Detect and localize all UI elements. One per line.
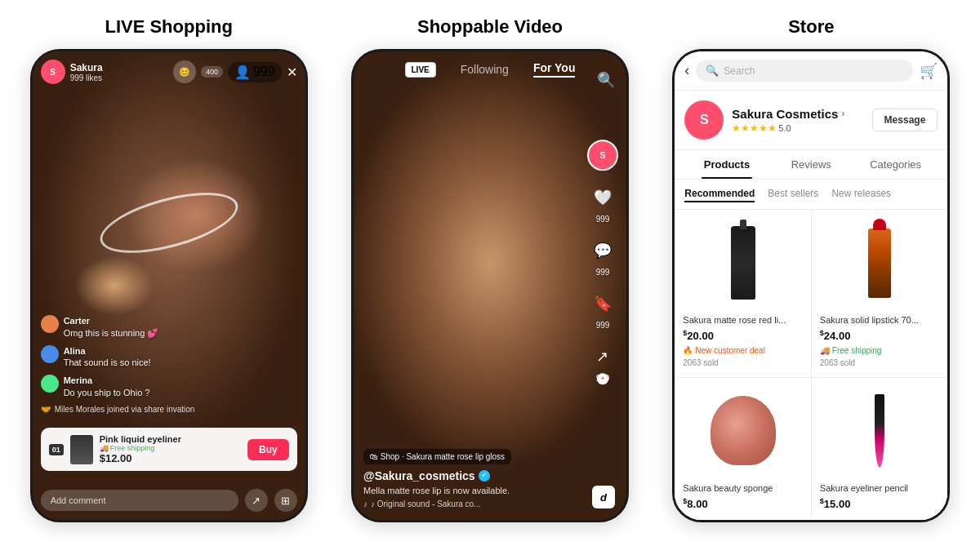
verified-icon: ✓ <box>479 470 490 482</box>
product-name-3: Sakura beauty sponge <box>683 482 803 494</box>
seller-info: S Sakura Cosmetics › ★★★★★ 5.0 Message <box>675 91 947 150</box>
product-deal-1: 🔥 New customer deal <box>683 346 803 355</box>
comment-icon: 💬 <box>587 235 618 266</box>
store-column: Store ‹ 🔍 Search 🛒 S Saku <box>651 16 972 547</box>
share-icon-video: ↗ <box>587 341 618 372</box>
seller-name: Sakura Cosmetics › <box>732 107 863 121</box>
join-notice: 🤝 Miles Morales joined via share invatio… <box>41 405 256 414</box>
message-button[interactable]: Message <box>872 109 938 131</box>
product-info: Pink liquid eyeliner 🚚 Free shipping $12… <box>100 434 241 464</box>
comment-avatar-2 <box>41 345 59 363</box>
live-bottom-bar: Add comment ↗ ⊞ <box>41 489 297 512</box>
music-icon: ♪ <box>363 500 368 508</box>
filter-recommended[interactable]: Recommended <box>684 186 755 202</box>
store-title: Store <box>788 16 834 38</box>
shoppable-video-phone: LIVE Following For You 🔍 S + 🤍 <box>351 49 629 522</box>
comment-count: 999 <box>596 268 610 277</box>
comment-body-2: That sound is so nice! <box>64 357 151 367</box>
filter-best-sellers[interactable]: Best sellers <box>768 186 818 202</box>
comment-text-3: Merina Do you ship to Ohio ? <box>64 375 150 398</box>
live-comments: Carter Omg this is stunning 💕 Alina That… <box>41 315 256 414</box>
share-icon[interactable]: ↗ <box>245 489 268 512</box>
product-shipping-2: 🚚 Free shipping <box>820 346 940 355</box>
product-card-4[interactable]: Sakura eyeliner pencil $15.00 <box>812 378 948 521</box>
product-price-2: $24.00 <box>820 329 940 342</box>
product-sold-2: 2063 sold <box>820 358 940 367</box>
product-card-1[interactable]: Sakura matte rose red li... $20.00 🔥 New… <box>675 210 811 377</box>
filter-tabs: Recommended Best sellers New releases <box>675 180 947 210</box>
live-shopping-phone: S Sakura 999 likes 😊 400 👤 999 ✕ <box>30 49 308 522</box>
shop-tag[interactable]: 🛍 Shop · Sakura matte rose lip gloss <box>363 449 511 464</box>
product-image-2 <box>820 218 940 308</box>
profile-action[interactable]: S + <box>587 140 618 171</box>
seller-details: Sakura Cosmetics › ★★★★★ 5.0 <box>732 107 863 134</box>
product-card-3[interactable]: Sakura beauty sponge $8.00 <box>675 378 811 521</box>
live-user-info: S Sakura 999 likes <box>41 60 103 84</box>
bookmark-icon: 🔖 <box>587 288 618 319</box>
join-text: Miles Morales joined via share invation <box>55 405 195 414</box>
shipping-icon: 🚚 <box>100 444 109 452</box>
comment-body-3: Do you ship to Ohio ? <box>64 388 150 397</box>
shoppable-video-title: Shoppable Video <box>417 16 563 38</box>
live-shopping-title: LIVE Shopping <box>105 16 232 38</box>
video-right-actions: S + 🤍 999 💬 999 🔖 999 <box>587 140 618 383</box>
products-grid: Sakura matte rose red li... $20.00 🔥 New… <box>675 210 947 520</box>
tab-following[interactable]: Following <box>461 63 509 76</box>
shoppable-video-column: Shoppable Video LIVE Following For You 🔍… <box>329 16 650 547</box>
live-free-shipping: 🚚 Free shipping <box>100 444 241 452</box>
comment-text-2: Alina That sound is so nice! <box>64 345 151 369</box>
viewer-count: 999 <box>253 64 275 79</box>
bookmark-count: 999 <box>596 321 610 330</box>
product-sold-1: 2063 sold <box>683 358 803 367</box>
like-action[interactable]: 🤍 999 <box>587 182 618 224</box>
add-comment-input[interactable]: Add comment <box>41 490 238 511</box>
video-bottom-info: 🛍 Shop · Sakura matte rose lip gloss @Sa… <box>363 448 581 508</box>
live-username: Sakura <box>70 62 103 73</box>
close-icon[interactable]: ✕ <box>287 64 297 80</box>
comment-avatar-3 <box>41 375 59 393</box>
seller-avatar: S <box>684 100 724 140</box>
tab-reviews[interactable]: Reviews <box>769 150 853 179</box>
lipstick-image <box>868 229 891 298</box>
store-screen: ‹ 🔍 Search 🛒 S Sakura Cosmetics › <box>675 51 947 520</box>
buy-button[interactable]: Buy <box>247 439 289 460</box>
product-price-1: $20.00 <box>683 329 803 342</box>
video-screen: LIVE Following For You 🔍 S + 🤍 <box>354 51 626 520</box>
comment-text-1: Carter Omg this is stunning 💕 <box>64 315 159 339</box>
comment-action[interactable]: 💬 999 <box>587 235 618 277</box>
comment-3: Merina Do you ship to Ohio ? <box>41 375 256 398</box>
tab-products[interactable]: Products <box>684 150 768 179</box>
seller-rating: 5.0 <box>778 123 791 133</box>
video-username: @Sakura_cosmetics ✓ <box>363 469 581 482</box>
back-button[interactable]: ‹ <box>684 62 689 79</box>
product-image-4 <box>820 386 940 476</box>
grid-icon[interactable]: ⊞ <box>274 489 297 512</box>
comment-name-1: Carter <box>64 316 90 326</box>
cart-icon[interactable]: 🛒 <box>920 62 938 80</box>
eyeliner-image <box>875 394 884 468</box>
live-product-price: $12.00 <box>100 452 241 464</box>
comment-avatar-1 <box>41 315 59 333</box>
live-likes: 999 likes <box>70 73 103 82</box>
product-icon <box>70 435 93 464</box>
product-card-2[interactable]: Sakura solid lipstick 70... $24.00 🚚 Fre… <box>812 210 948 377</box>
viewer-count-badge: 👤 999 <box>228 62 282 82</box>
heart-icon: 🤍 <box>587 182 618 213</box>
search-placeholder: Search <box>724 65 755 77</box>
bookmark-action[interactable]: 🔖 999 <box>587 288 618 330</box>
video-description: Mella matte rose lip is now available. <box>363 485 581 497</box>
filter-new-releases[interactable]: New releases <box>831 186 891 202</box>
tab-categories[interactable]: Categories <box>853 150 938 179</box>
product-image-3 <box>683 386 803 476</box>
store-tabs: Products Reviews Categories <box>675 150 947 180</box>
live-shopping-column: LIVE Shopping S Sakura 999 likes <box>8 16 329 547</box>
product-name-2: Sakura solid lipstick 70... <box>820 314 940 326</box>
video-search-icon[interactable]: 🔍 <box>597 71 615 89</box>
tab-for-you[interactable]: For You <box>533 61 576 78</box>
viewer-badge-1: 400 <box>201 66 223 78</box>
comment-body-1: Omg this is stunning 💕 <box>64 328 159 338</box>
product-name-1: Sakura matte rose red li... <box>683 314 803 326</box>
search-bar[interactable]: 🔍 Search <box>696 60 913 82</box>
lip-gloss-image <box>731 226 755 300</box>
seller-stars: ★★★★★ 5.0 <box>732 122 863 134</box>
